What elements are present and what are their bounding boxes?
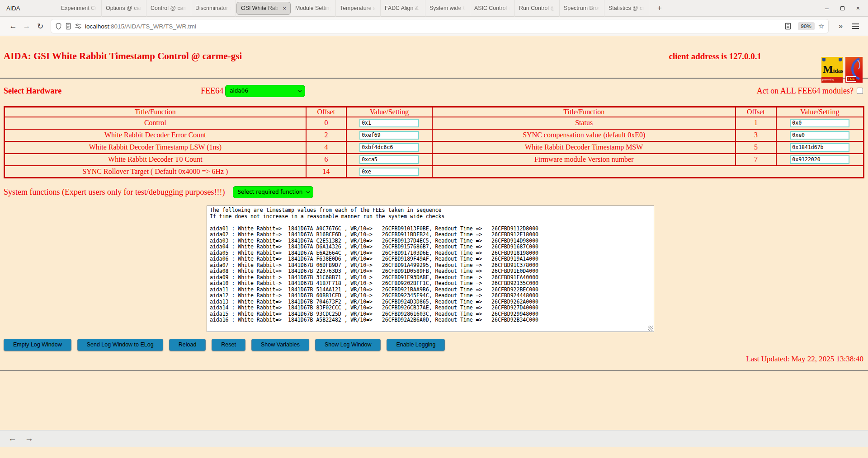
client-address: client address is 127.0.0.1	[669, 51, 761, 61]
act-all-label: Act on ALL FEE64 modules?	[757, 86, 854, 96]
app-title: AIDA	[6, 5, 57, 12]
bookmark-star-icon[interactable]: ☆	[818, 22, 824, 30]
system-functions-label: System functions (Expert users only for …	[4, 187, 225, 197]
register-value-input[interactable]	[790, 131, 849, 140]
tab-run-control[interactable]: Run Control @	[515, 0, 560, 17]
register-value-input[interactable]	[359, 155, 419, 164]
fee64-select[interactable]: aida06	[225, 85, 305, 97]
tab-bar: AIDA Experiment Con Options @ carm Contr…	[0, 0, 868, 17]
log-textarea[interactable]	[207, 206, 654, 332]
system-functions-select[interactable]: Select required function	[233, 186, 313, 198]
tab-asic-control[interactable]: ASIC Control @	[470, 0, 515, 17]
register-value-input[interactable]	[359, 119, 419, 127]
tab-statistics[interactable]: Statistics @ car	[604, 0, 649, 17]
send-log-to-elog-button[interactable]: Send Log Window to ELog	[77, 339, 163, 351]
register-value-input[interactable]	[790, 119, 849, 127]
logos: Midas powered by TCL	[821, 57, 863, 83]
permissions-icon[interactable]	[75, 23, 82, 30]
register-value-input[interactable]	[359, 131, 419, 140]
last-updated-text: Last Updated: May 22, 2025 13:38:40	[0, 355, 863, 365]
overflow-chevrons-icon[interactable]: »	[834, 22, 847, 30]
register-value-input[interactable]	[790, 143, 849, 152]
tab-close-icon[interactable]: ×	[283, 2, 286, 14]
empty-log-window-button[interactable]: Empty Log Window	[4, 339, 71, 351]
maximize-button[interactable]	[840, 6, 844, 10]
table-row: Control 0 Status 1	[5, 117, 864, 129]
tab-temperature[interactable]: Temperature an	[336, 0, 381, 17]
select-hardware-label: Select Hardware	[4, 86, 61, 96]
tab-control[interactable]: Control @ carm	[146, 0, 191, 17]
empty-cell	[432, 166, 863, 178]
column-header: Offset	[306, 107, 346, 117]
tab-experiment-control[interactable]: Experiment Con	[57, 0, 102, 17]
table-row: White Rabbit Decoder Timestamp LSW (1ns)…	[5, 141, 864, 154]
page-forward-icon[interactable]: →	[25, 434, 33, 444]
tab-system-wide-checks[interactable]: System wide Ch	[425, 0, 470, 17]
close-button[interactable]: ×	[856, 5, 860, 11]
reader-view-icon[interactable]	[785, 23, 791, 30]
divider	[0, 78, 868, 79]
tab-discriminator[interactable]: Discriminator co	[191, 0, 236, 17]
page-back-icon[interactable]: ←	[8, 434, 17, 444]
url-text[interactable]: localhost:8015/AIDA/TS_WR/TS_WR.tml	[85, 23, 196, 30]
column-header: Offset	[736, 107, 776, 117]
table-row: White Rabbit Decoder T0 Count 6 Firmware…	[5, 154, 864, 166]
column-header: Value/Setting	[776, 107, 864, 117]
page-title: AIDA: GSI White Rabbit Timestamp Control…	[4, 51, 242, 62]
navigation-toolbar: ← → ↻ localhost:8015/AIDA/TS_WR/TS_WR.tm…	[0, 17, 868, 36]
table-header-row: Title/Function Offset Value/Setting Titl…	[5, 107, 864, 117]
chevron-down-icon	[307, 189, 310, 193]
tab-spectrum-browser[interactable]: Spectrum Brow	[560, 0, 604, 17]
reset-button[interactable]: Reset	[212, 339, 245, 351]
tab-module-settings[interactable]: Module Settings	[291, 0, 336, 17]
minimize-button[interactable]: –	[825, 5, 829, 11]
forward-icon[interactable]: →	[20, 22, 33, 31]
reload-icon[interactable]: ↻	[33, 22, 47, 31]
enable-logging-button[interactable]: Enable Logging	[387, 339, 445, 351]
bottom-nav-bar: ← →	[0, 430, 868, 447]
register-value-input[interactable]	[790, 155, 849, 164]
page-info-icon[interactable]	[65, 23, 71, 30]
tab-options[interactable]: Options @ carm	[102, 0, 146, 17]
url-bar[interactable]: localhost:8015/AIDA/TS_WR/TS_WR.tml 90% …	[51, 19, 829, 33]
tab-strip: Experiment Con Options @ carm Control @ …	[57, 0, 649, 16]
reload-button[interactable]: Reload	[169, 339, 206, 351]
chevron-down-icon	[298, 88, 302, 92]
back-icon[interactable]: ←	[6, 22, 20, 31]
column-header: Title/Function	[5, 107, 306, 117]
midas-logo: Midas powered by	[821, 57, 843, 83]
zoom-level-badge[interactable]: 90%	[798, 22, 815, 30]
act-all-checkbox[interactable]	[857, 88, 863, 94]
register-value-input[interactable]	[359, 143, 419, 152]
tab-fadc-align[interactable]: FADC Align & C	[381, 0, 425, 17]
menu-hamburger-icon[interactable]	[847, 23, 862, 29]
show-log-window-button[interactable]: Show Log Window	[315, 339, 381, 351]
column-header: Value/Setting	[346, 107, 432, 117]
tab-gsi-white-rabbit-active[interactable]: GSI White Rab ×	[236, 2, 291, 15]
page-content: AIDA: GSI White Rabbit Timestamp Control…	[0, 51, 868, 458]
table-row: White Rabbit Decoder Error Count 2 SYNC …	[5, 129, 864, 141]
show-variables-button[interactable]: Show Variables	[251, 339, 309, 351]
register-value-input[interactable]	[359, 168, 419, 176]
fee64-label: FEE64	[201, 86, 223, 96]
tracking-shield-icon[interactable]	[55, 23, 62, 30]
tcl-logo: TCL	[845, 57, 863, 83]
column-header: Title/Function	[432, 107, 736, 117]
registers-table: Title/Function Offset Value/Setting Titl…	[4, 106, 864, 178]
new-tab-button[interactable]: +	[654, 4, 665, 13]
table-row: SYNC Rollover Target ( Default 0x4000 =>…	[5, 166, 864, 178]
divider	[0, 370, 868, 371]
